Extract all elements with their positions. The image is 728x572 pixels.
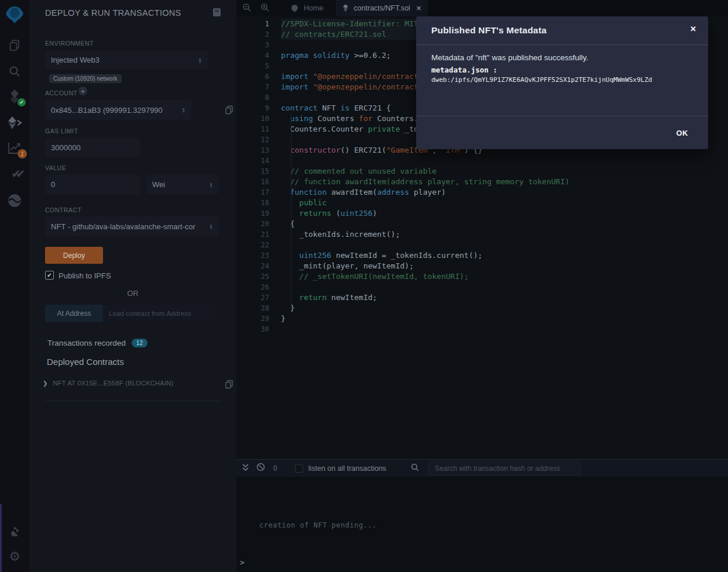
deploy-run-icon[interactable] bbox=[0, 115, 29, 131]
documentation-book-icon[interactable] bbox=[212, 8, 221, 19]
code-line: 20 { bbox=[236, 219, 728, 229]
terminal-toolbar: 0 listen on all transactions bbox=[236, 459, 728, 477]
accent-strip bbox=[0, 504, 2, 572]
code-line: 24 _mint(player, newItemId); bbox=[236, 261, 728, 271]
contract-select[interactable]: NFT - github/ava-labs/avalanche-smart-co… bbox=[45, 216, 219, 236]
modal-message: Metadata of "nft" was published successf… bbox=[431, 53, 693, 62]
code-line: 16 // function awardItem(address player,… bbox=[236, 177, 728, 187]
metadata-file-label: metadata.json : bbox=[431, 66, 693, 74]
zoom-out-icon[interactable] bbox=[242, 3, 251, 14]
tab-nft-sol-label: contracts/NFT.sol bbox=[353, 4, 410, 12]
publish-ipfs-label: Publish to IPFS bbox=[59, 271, 111, 280]
chart-count-badge: 1 bbox=[18, 149, 27, 158]
deploy-button[interactable]: Deploy bbox=[45, 247, 103, 264]
divider bbox=[45, 401, 221, 401]
code-line: 29} bbox=[236, 313, 728, 324]
environment-label: ENVIRONMENT bbox=[45, 40, 94, 47]
solidity-file-icon bbox=[342, 4, 349, 12]
code-line: 25 // _setTokenURI(newItemId, tokenURI); bbox=[236, 271, 728, 282]
terminal-search-input[interactable] bbox=[428, 461, 581, 475]
transactions-recorded-row[interactable]: Transactions recorded 12 bbox=[47, 339, 147, 347]
listen-all-checkbox[interactable] bbox=[295, 464, 303, 473]
code-line: 22 bbox=[236, 240, 728, 250]
pending-log-line: creation of NFT pending... bbox=[259, 521, 377, 529]
modal-footer: OK bbox=[416, 116, 708, 149]
plugin-manager-icon[interactable] bbox=[0, 523, 29, 539]
select-stepper-icon: ▲▼ bbox=[198, 57, 202, 63]
copy-contract-icon[interactable] bbox=[225, 380, 233, 391]
select-stepper-icon: ▲▼ bbox=[210, 223, 213, 229]
expand-caret-icon[interactable]: ❯ bbox=[43, 380, 47, 387]
value-input[interactable] bbox=[45, 175, 140, 194]
unit-testing-icon[interactable]: ✔✔ bbox=[0, 166, 29, 182]
code-line: 21 _tokenIds.increment(); bbox=[236, 229, 728, 240]
contract-label: CONTRACT bbox=[45, 206, 81, 213]
modal-body: Metadata of "nft" was published successf… bbox=[431, 53, 693, 84]
gas-limit-label: GAS LIMIT bbox=[45, 128, 78, 135]
add-account-icon[interactable]: + bbox=[78, 87, 87, 95]
code-line: 18 public bbox=[236, 198, 728, 208]
pending-tx-count: 0 bbox=[273, 464, 277, 473]
code-line: 30 bbox=[236, 324, 728, 335]
deployed-contracts-label: Deployed Contracts bbox=[47, 357, 124, 367]
ok-button[interactable]: OK bbox=[677, 129, 689, 137]
gas-limit-input[interactable] bbox=[45, 138, 140, 157]
zoom-in-icon[interactable] bbox=[260, 3, 269, 14]
value-unit: Wei bbox=[152, 180, 206, 189]
code-line: 17 function awardItem(address player) bbox=[236, 187, 728, 198]
remix-home-icon bbox=[290, 4, 299, 13]
account-value: 0x845...B1aB3 (999991.3297990 bbox=[51, 106, 178, 115]
terminal-expand-icon[interactable] bbox=[242, 463, 249, 474]
deployed-contract-label: NFT AT 0X15E...E558F (BLOCKCHAIN) bbox=[53, 380, 173, 387]
indent-guide bbox=[291, 113, 291, 313]
at-address-button[interactable]: At Address bbox=[45, 305, 103, 322]
tab-close-icon[interactable]: ✕ bbox=[416, 5, 421, 12]
copy-account-icon[interactable] bbox=[225, 105, 233, 117]
environment-select[interactable]: Injected Web3 ▲▼ bbox=[45, 50, 208, 70]
code-line: 23 uint256 newItemId = _tokenIds.current… bbox=[236, 250, 728, 261]
solidity-compiler-icon[interactable]: ✔ bbox=[0, 88, 29, 105]
tab-bar: Home contracts/NFT.sol ✕ bbox=[236, 0, 728, 16]
select-stepper-icon: ▲▼ bbox=[182, 107, 186, 113]
compile-success-badge: ✔ bbox=[18, 98, 26, 106]
code-line: 26 bbox=[236, 282, 728, 292]
transactions-recorded-label: Transactions recorded bbox=[47, 339, 126, 347]
terminal-log[interactable]: creation of NFT pending... > bbox=[236, 477, 728, 572]
deploy-run-panel: DEPLOY & RUN TRANSACTIONS ENVIRONMENT In… bbox=[29, 0, 236, 572]
settings-gear-icon[interactable]: ⚙ bbox=[0, 549, 29, 565]
clear-console-icon[interactable] bbox=[256, 463, 265, 474]
code-line: 19 returns (uint256) bbox=[236, 208, 728, 219]
contract-value: NFT - github/ava-labs/avalanche-smart-co… bbox=[51, 222, 210, 231]
value-label: VALUE bbox=[45, 164, 66, 171]
at-address-input[interactable] bbox=[103, 305, 219, 322]
search-plugin-icon[interactable] bbox=[0, 63, 29, 80]
tab-nft-sol[interactable]: contracts/NFT.sol ✕ bbox=[335, 0, 429, 16]
modal-title: Published NFT's Metadata bbox=[431, 25, 547, 36]
select-stepper-icon: ▲▼ bbox=[210, 182, 213, 188]
deployed-contract-item[interactable]: ❯ NFT AT 0X15E...E558F (BLOCKCHAIN) bbox=[43, 380, 174, 387]
listen-all-label: listen on all transactions bbox=[308, 464, 386, 473]
environment-value: Injected Web3 bbox=[51, 56, 195, 64]
published-metadata-modal: Published NFT's Metadata ✕ Metadata of "… bbox=[416, 16, 708, 149]
account-select[interactable]: 0x845...B1aB3 (999991.3297990 ▲▼ bbox=[45, 100, 191, 120]
or-separator: OR bbox=[29, 289, 236, 298]
file-explorer-icon[interactable] bbox=[0, 37, 29, 54]
code-line: 14 bbox=[236, 156, 728, 166]
ipfs-uri: dweb:/ipfs/QmYL9P1Z7KE6AQvKJPFF52SX1p2TE… bbox=[431, 76, 693, 84]
account-label: ACCOUNT bbox=[45, 89, 77, 97]
code-line: 28 } bbox=[236, 303, 728, 313]
code-line: 15 // commented out unused variable bbox=[236, 166, 728, 177]
value-unit-select[interactable]: Wei ▲▼ bbox=[146, 175, 219, 194]
network-badge: Custom (10920) network bbox=[49, 74, 122, 83]
remix-logo-icon[interactable] bbox=[0, 4, 29, 25]
transactions-count-badge: 12 bbox=[132, 339, 147, 347]
publish-ipfs-checkbox[interactable]: ✔ bbox=[45, 271, 54, 280]
icon-bar: ✔ 1 ✔✔ ⚙ bbox=[0, 0, 29, 572]
panel-title: DEPLOY & RUN TRANSACTIONS bbox=[45, 8, 181, 18]
modal-close-icon[interactable]: ✕ bbox=[690, 25, 696, 33]
tab-home[interactable]: Home bbox=[283, 0, 330, 16]
sphere-plugin-icon[interactable] bbox=[0, 192, 29, 209]
code-line: 27 return newItemId; bbox=[236, 292, 728, 303]
terminal-prompt[interactable]: > bbox=[240, 558, 245, 567]
chart-plugin-icon[interactable]: 1 bbox=[0, 140, 29, 156]
